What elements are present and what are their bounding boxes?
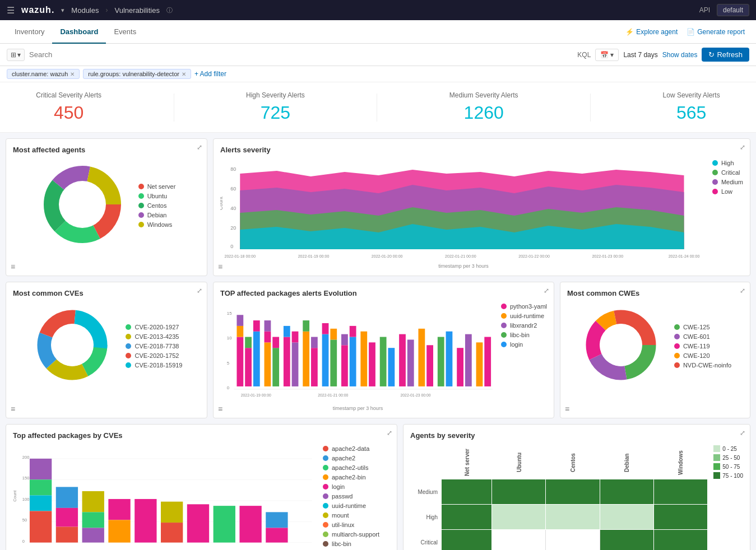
filter-tag-cluster: cluster.name: wazuh ✕ xyxy=(7,69,80,79)
donut-container: Net server Ubuntu Centos Debian xyxy=(13,160,200,251)
stat-divider-1 xyxy=(174,94,174,122)
panel-menu-icon[interactable]: ≡ xyxy=(218,262,222,271)
default-button[interactable]: default xyxy=(717,4,749,16)
legend-item: Medium xyxy=(712,179,743,185)
panel-menu-icon[interactable]: ≡ xyxy=(11,404,15,413)
heatmap-cell xyxy=(492,505,546,530)
legend-item: Critical xyxy=(712,169,743,176)
legend-item: CVE-2020-1752 xyxy=(126,352,182,359)
dashboard-row-1: Most affected agents ⤢ xyxy=(6,138,750,276)
legend-item: NVD-CWE-noinfo xyxy=(674,362,731,369)
expand-icon[interactable]: ⤢ xyxy=(387,429,392,437)
expand-icon[interactable]: ⤢ xyxy=(740,429,745,437)
legend-item: 50 - 75 xyxy=(713,463,743,470)
legend-item: libc-bin xyxy=(501,332,547,338)
tab-events[interactable]: Events xyxy=(106,21,144,44)
calendar-icon: 📅 xyxy=(600,51,609,59)
stat-critical: Critical Severity Alerts 450 xyxy=(36,91,101,123)
svg-rect-38 xyxy=(253,332,260,386)
show-dates-button[interactable]: Show dates xyxy=(662,51,698,59)
svg-rect-107 xyxy=(108,520,130,542)
packages-evolution-content: 15 10 5 0 xyxy=(220,303,547,411)
panel-alerts-severity: Alerts severity ⤢ 80 60 40 20 0 Count xyxy=(213,138,750,276)
panel-most-common-cves: Most common CVEs ⤢ CVE-2 xyxy=(6,282,207,418)
svg-rect-61 xyxy=(360,332,367,386)
svg-rect-48 xyxy=(292,332,299,343)
row-label-high: High xyxy=(411,505,442,530)
legend-dot xyxy=(501,323,507,328)
legend-dot xyxy=(323,532,328,537)
legend-item: Ubuntu xyxy=(138,193,176,199)
generate-report-button[interactable]: 📄 Generate report xyxy=(682,26,749,38)
legend-dot xyxy=(126,343,131,349)
packages-cves-chart: 200 150 100 50 0 Count xyxy=(13,445,317,550)
agents-donut-chart xyxy=(38,160,127,251)
heatmap-cell xyxy=(600,505,653,530)
legend-box xyxy=(713,463,720,470)
legend-dot xyxy=(138,184,144,189)
modules-link[interactable]: Modules xyxy=(71,6,99,15)
main-content: Most affected agents ⤢ xyxy=(0,133,756,550)
legend-item: apache2 xyxy=(323,455,390,462)
svg-rect-52 xyxy=(311,337,318,348)
svg-rect-44 xyxy=(272,337,279,348)
legend-dot xyxy=(126,324,131,330)
legend-item: CVE-2018-15919 xyxy=(126,362,182,369)
legend-dot xyxy=(712,179,718,185)
heatmap-cell xyxy=(492,479,546,505)
remove-filter-cluster[interactable]: ✕ xyxy=(70,71,75,77)
packages-cves-content: 200 150 100 50 0 Count xyxy=(13,445,390,550)
packages-evolution-chart: 15 10 5 0 xyxy=(220,303,495,411)
remove-filter-rule[interactable]: ✕ xyxy=(182,71,186,77)
logo-caret: ▾ xyxy=(61,7,64,14)
heatmap-cell xyxy=(546,505,600,530)
expand-icon[interactable]: ⤢ xyxy=(740,143,745,151)
legend-item: CWE-119 xyxy=(674,343,731,349)
expand-icon[interactable]: ⤢ xyxy=(197,287,202,295)
search-input[interactable] xyxy=(29,50,573,59)
expand-icon[interactable]: ⤢ xyxy=(544,287,549,295)
legend-dot xyxy=(323,484,328,490)
legend-item: login xyxy=(501,341,547,348)
tab-dashboard[interactable]: Dashboard xyxy=(52,21,106,44)
legend-dot xyxy=(126,334,131,339)
legend-item: Net server xyxy=(138,183,176,190)
legend-item: python3-yaml xyxy=(501,303,547,310)
svg-rect-67 xyxy=(418,329,425,386)
expand-icon[interactable]: ⤢ xyxy=(197,143,202,151)
svg-rect-103 xyxy=(82,491,104,512)
cwes-donut-chart xyxy=(579,303,663,389)
legend-item: Low xyxy=(712,188,743,195)
svg-point-5 xyxy=(59,181,106,228)
panel-top-packages-evolution: TOP affected packages alerts Evolution ⤢… xyxy=(213,282,554,418)
alerts-severity-content: 80 60 40 20 0 Count xyxy=(220,160,743,269)
svg-rect-60 xyxy=(350,326,356,337)
panel-menu-icon[interactable]: ≡ xyxy=(565,404,569,413)
legend-item: passwd xyxy=(323,493,390,500)
vulnerabilities-link[interactable]: Vulnerabilities xyxy=(114,6,159,15)
row-label-critical: Critical xyxy=(411,530,442,551)
legend-dot xyxy=(323,512,328,518)
calendar-button[interactable]: 📅 ▾ xyxy=(595,49,619,61)
svg-rect-106 xyxy=(108,499,130,520)
heatmap-cell xyxy=(600,479,653,505)
kql-select[interactable]: ⊞ ▾ xyxy=(7,49,25,61)
legend-item: libxrandr2 xyxy=(501,322,547,329)
explore-agent-button[interactable]: ⚡ Explore agent xyxy=(621,26,682,38)
panel-menu-icon[interactable]: ≡ xyxy=(11,262,15,271)
svg-rect-62 xyxy=(369,342,375,386)
refresh-button[interactable]: ↻ Refresh xyxy=(702,48,749,62)
tab-inventory[interactable]: Inventory xyxy=(7,21,52,44)
svg-rect-73 xyxy=(476,342,483,386)
add-filter-button[interactable]: + Add filter xyxy=(194,70,226,78)
cwes-donut-container: CWE-125 CWE-601 CWE-119 CWE-120 xyxy=(567,303,743,389)
heatmap-cell xyxy=(653,505,707,530)
legend-box xyxy=(713,445,720,452)
hamburger-menu[interactable]: ☰ xyxy=(7,5,15,16)
packages-x-label: timestamp per 3 hours xyxy=(220,405,495,411)
stat-high: High Severity Alerts 725 xyxy=(246,91,305,123)
stat-medium: Medium Severity Alerts 1260 xyxy=(449,91,518,123)
panel-menu-icon[interactable]: ≡ xyxy=(218,404,222,413)
legend-item: Centos xyxy=(138,202,176,209)
expand-icon[interactable]: ⤢ xyxy=(740,287,745,295)
